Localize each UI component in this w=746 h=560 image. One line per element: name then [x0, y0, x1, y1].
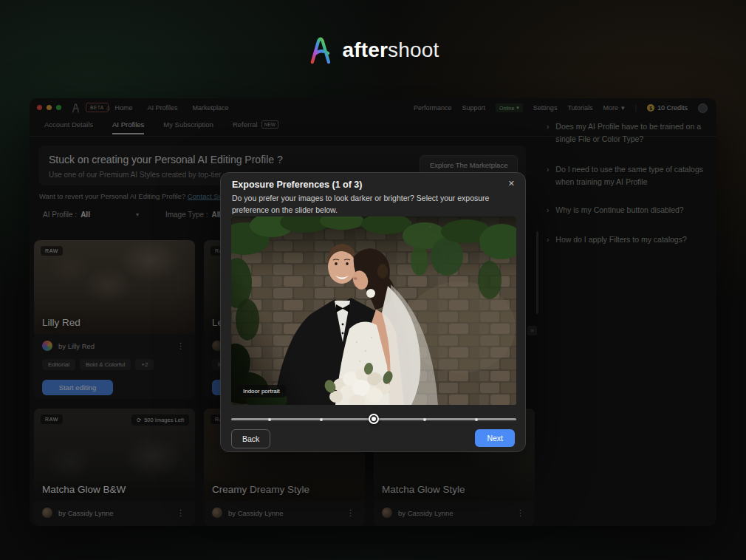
wedding-photo-illustration: [231, 216, 516, 405]
slider-stop[interactable]: [475, 418, 478, 421]
slider-stop[interactable]: [320, 418, 323, 421]
page: aftershoot BETA ⌂ Home AI Profiles Marke…: [0, 0, 746, 560]
modal-description: Do you prefer your images to look darker…: [232, 193, 514, 216]
photo-label: Indoor portrait: [237, 385, 286, 397]
slider-handle[interactable]: [369, 414, 379, 424]
next-button[interactable]: Next: [475, 429, 515, 447]
modal-title: Exposure Preferences (1 of 3): [232, 180, 362, 190]
aftershoot-logo-icon: [307, 35, 334, 65]
exposure-slider[interactable]: [231, 414, 516, 424]
exposure-preferences-modal: Exposure Preferences (1 of 3) ✕ Do you p…: [220, 172, 526, 452]
exposure-sample-photo: Indoor portrait: [231, 216, 516, 405]
brand-wordmark: aftershoot: [342, 38, 439, 62]
close-icon[interactable]: ✕: [508, 179, 515, 188]
aftershoot-brand: aftershoot: [307, 35, 439, 65]
slider-stop[interactable]: [268, 418, 271, 421]
back-button[interactable]: Back: [231, 429, 270, 448]
